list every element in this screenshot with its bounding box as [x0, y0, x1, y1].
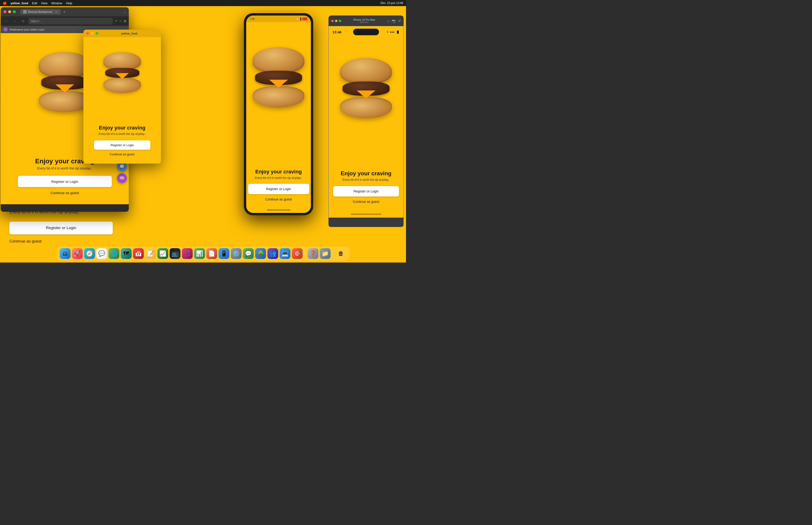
menu-edit[interactable]: Edit — [32, 1, 37, 5]
browser-close-button[interactable] — [3, 10, 6, 13]
iphone-status-icons: ▾ ●●● ▐▌ — [387, 31, 400, 34]
main-guest-button[interactable]: Continue as guest — [10, 239, 42, 244]
app-content: Enjoy your craving Every bit of it is wo… — [83, 37, 161, 164]
teams-icon: 👥 — [269, 250, 276, 257]
dock-icon-pages[interactable]: 📄 — [206, 248, 217, 259]
app-minimize-button[interactable] — [91, 32, 94, 35]
simulator-traffic-lights — [331, 20, 341, 22]
dock-icon-safari[interactable]: 🧭 — [84, 248, 95, 259]
tab-close-button[interactable]: ✕ — [55, 10, 58, 13]
rckit-icon: ⚙️ — [233, 250, 240, 257]
messages-icon: 💬 — [98, 250, 105, 257]
dock-icon-bitrise[interactable]: 🎯 — [292, 248, 303, 259]
iphone-content: Enjoy your craving Every bit of it is wo… — [329, 38, 403, 217]
browser-guest-button[interactable]: Continue as guest — [50, 191, 79, 195]
menu-bar-right: Dim. 23 juin 13:46 — [380, 1, 403, 5]
share-icon[interactable]: ↗ — [114, 19, 117, 23]
sim-device-name: iPhone 15 Pro Max — [353, 18, 375, 21]
iphone-screen: 13:46 ▾ ●●● ▐▌ — [329, 26, 403, 217]
iphone-guest-button[interactable]: Continue as guest — [353, 200, 380, 204]
sourcetree-icon: 🌳 — [257, 250, 264, 257]
vscode-icon: 💻 — [281, 250, 289, 257]
browser-maximize-button[interactable] — [13, 10, 16, 13]
dock-icon-files[interactable]: 📁 — [320, 248, 331, 259]
launchpad-icon: 🚀 — [74, 250, 81, 257]
iphone-register-button[interactable]: Register or Login — [333, 186, 399, 196]
dock-icon-numbers[interactable]: 📊 — [194, 248, 205, 259]
apple-logo-icon[interactable]: 🍎 — [3, 1, 7, 5]
browser-cheese-icon — [56, 84, 74, 92]
browser-back-button[interactable]: ← — [3, 18, 10, 25]
dock-icon-launchpad[interactable]: 🚀 — [72, 248, 83, 259]
floating-ai-button[interactable]: 🧠 — [117, 173, 127, 183]
tab-list-button[interactable]: ⌄ — [123, 10, 126, 14]
menu-window[interactable]: Window — [51, 1, 62, 5]
dock-icon-trash[interactable]: 🗑 — [336, 248, 346, 259]
ai-icon: 🧠 — [119, 176, 124, 181]
dock-icon-calendar[interactable]: 📅 — [133, 248, 144, 259]
app-guest-button[interactable]: Continue as guest — [110, 152, 135, 156]
menu-app-name[interactable]: yellow_food — [11, 1, 28, 5]
tab-overview-icon[interactable]: ⊞ — [124, 19, 126, 23]
sim-close-button[interactable] — [331, 20, 334, 22]
dock-icon-messages[interactable]: 💬 — [96, 248, 107, 259]
dock-icon-simulator[interactable]: 📱 — [218, 248, 229, 259]
main-register-button[interactable]: Register or Login — [10, 222, 113, 234]
browser-subtitle: Every bit of it is worth the sip anyday.… — [37, 166, 92, 170]
dock-icon-support[interactable]: ❓ — [308, 248, 318, 259]
dock-icon-teams[interactable]: 👥 — [267, 248, 278, 259]
sim-info: iPhone 15 Pro Max iOS 17.4 — [343, 18, 386, 24]
browser-minimize-button[interactable] — [8, 10, 11, 13]
chrome-icon: 🌐 — [110, 250, 118, 257]
dock-icon-maps[interactable]: 🗺 — [121, 248, 132, 259]
bookmark-icon[interactable]: ☆ — [119, 19, 122, 23]
sim-rotate-icon[interactable]: ↺ — [398, 19, 401, 23]
dock-icon-stocks[interactable]: 📈 — [157, 248, 168, 259]
sim-minimize-button[interactable] — [335, 20, 337, 22]
new-tab-button[interactable]: + — [62, 9, 67, 15]
menu-bar-left: 🍎 yellow_food Edit View Window Help — [3, 1, 72, 5]
trash-icon: 🗑 — [338, 250, 344, 257]
iphone-wifi-icon: ▾ — [387, 31, 388, 34]
menu-datetime: Dim. 23 juin 13:46 — [380, 1, 403, 5]
iphone-food-hero — [329, 38, 403, 138]
dock-icon-whatsapp[interactable]: 💬 — [243, 248, 254, 259]
support-icon: ❓ — [309, 250, 317, 257]
menu-view[interactable]: View — [41, 1, 48, 5]
dock-icon-sourcetree[interactable]: 🌳 — [255, 248, 266, 259]
app-register-button[interactable]: Register or Login — [94, 140, 150, 150]
dock-icon-notes[interactable]: 📝 — [145, 248, 156, 259]
android-bun-bottom — [253, 86, 305, 107]
dock-icon-finder[interactable]: 🗂 — [60, 248, 71, 259]
android-guest-button[interactable]: Continue as guest — [265, 197, 292, 201]
browser-register-button[interactable]: Register or Login — [18, 176, 112, 187]
iphone-headline: Enjoy your craving — [341, 170, 392, 177]
app-maximize-button[interactable] — [96, 32, 98, 35]
app-headline: Enjoy your craving — [99, 125, 145, 131]
android-status-bar: 1:46 📶 ▐ BUG — [246, 15, 311, 22]
dock-icon-rckit[interactable]: ⚙️ — [231, 248, 242, 259]
sim-maximize-button[interactable] — [339, 20, 341, 22]
finder-icon: 🗂 — [62, 250, 68, 257]
app-titlebar: yellow_food — [83, 30, 161, 37]
android-register-button[interactable]: Register or Login — [248, 184, 309, 194]
android-bun-top — [253, 47, 305, 73]
sim-screenshot-icon[interactable]: 📷 — [392, 19, 396, 23]
android-headline: Enjoy your craving — [255, 169, 302, 175]
food-app-window: yellow_food Enjoy your craving Every bit… — [83, 30, 161, 164]
address-bar[interactable]: https://... — [28, 18, 113, 25]
dock-icon-tv[interactable]: 📺 — [170, 248, 181, 259]
app-close-button[interactable] — [86, 32, 89, 35]
sim-ios-version: iOS 17.4 — [360, 21, 368, 24]
browser-refresh-button[interactable]: ↻ — [20, 18, 27, 25]
dock-icon-chrome[interactable]: 🌐 — [109, 248, 119, 259]
dock-icon-music[interactable]: 🎵 — [182, 248, 193, 259]
android-content: Enjoy your craving Every bit of it is wo… — [246, 22, 311, 213]
menu-help[interactable]: Help — [66, 1, 72, 5]
browser-tab[interactable]: Remove Background ✕ — [20, 9, 61, 14]
iphone-burger-visual — [340, 58, 392, 118]
app-cheese-wrap — [103, 73, 141, 79]
browser-forward-button[interactable]: → — [12, 18, 18, 25]
dock-icon-vscode[interactable]: 💻 — [280, 248, 290, 259]
sim-home-icon[interactable]: ⌂ — [387, 19, 389, 23]
